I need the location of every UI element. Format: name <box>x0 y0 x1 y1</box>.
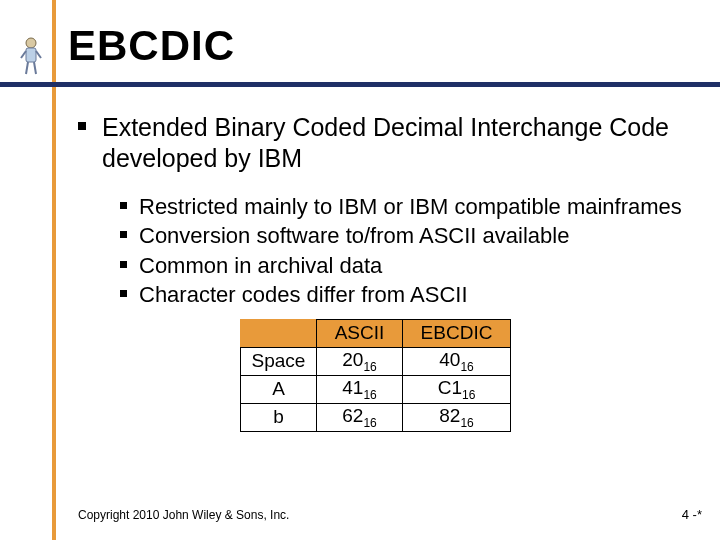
table-header-ebcdic: EBCDIC <box>403 319 511 347</box>
bullet-level2: Character codes differ from ASCII <box>120 281 698 309</box>
bullet-level2: Conversion software to/from ASCII availa… <box>120 222 698 250</box>
bullet-text: Character codes differ from ASCII <box>139 281 468 309</box>
page-number: 4 -* <box>682 507 702 522</box>
table-row: b 6216 8216 <box>241 403 511 431</box>
bullet-text: Common in archival data <box>139 252 382 280</box>
horizontal-rule <box>0 82 720 87</box>
ascii-cell: 2016 <box>317 347 403 375</box>
bullet-text: Extended Binary Coded Decimal Interchang… <box>102 112 698 175</box>
svg-line-4 <box>26 62 28 74</box>
slide-title: EBCDIC <box>68 22 235 70</box>
bullet-level1: Extended Binary Coded Decimal Interchang… <box>78 112 698 175</box>
ebcdic-cell: 4016 <box>403 347 511 375</box>
table-row: A 4116 C116 <box>241 375 511 403</box>
ebcdic-cell: 8216 <box>403 403 511 431</box>
ascii-cell: 6216 <box>317 403 403 431</box>
row-label: Space <box>241 347 317 375</box>
vertical-accent-rule <box>52 0 56 540</box>
square-bullet-icon <box>120 231 127 238</box>
bullet-level2: Common in archival data <box>120 252 698 280</box>
copyright-text: Copyright 2010 John Wiley & Sons, Inc. <box>78 508 289 522</box>
mascot-icon <box>18 36 44 76</box>
code-comparison-table: ASCII EBCDIC Space 2016 4016 A 4116 C116… <box>240 319 511 432</box>
svg-line-3 <box>36 51 41 58</box>
bullet-level2: Restricted mainly to IBM or IBM compatib… <box>120 193 698 221</box>
table-corner <box>241 319 317 347</box>
square-bullet-icon <box>120 202 127 209</box>
square-bullet-icon <box>120 261 127 268</box>
square-bullet-icon <box>78 122 86 130</box>
svg-rect-1 <box>26 48 36 62</box>
square-bullet-icon <box>120 290 127 297</box>
content-area: Extended Binary Coded Decimal Interchang… <box>78 112 698 432</box>
row-label: b <box>241 403 317 431</box>
svg-line-2 <box>21 51 26 58</box>
bullet-text: Restricted mainly to IBM or IBM compatib… <box>139 193 682 221</box>
row-label: A <box>241 375 317 403</box>
table-row: Space 2016 4016 <box>241 347 511 375</box>
ascii-cell: 4116 <box>317 375 403 403</box>
svg-point-0 <box>26 38 36 48</box>
ebcdic-cell: C116 <box>403 375 511 403</box>
svg-line-5 <box>34 62 36 74</box>
bullet-text: Conversion software to/from ASCII availa… <box>139 222 569 250</box>
table-header-ascii: ASCII <box>317 319 403 347</box>
